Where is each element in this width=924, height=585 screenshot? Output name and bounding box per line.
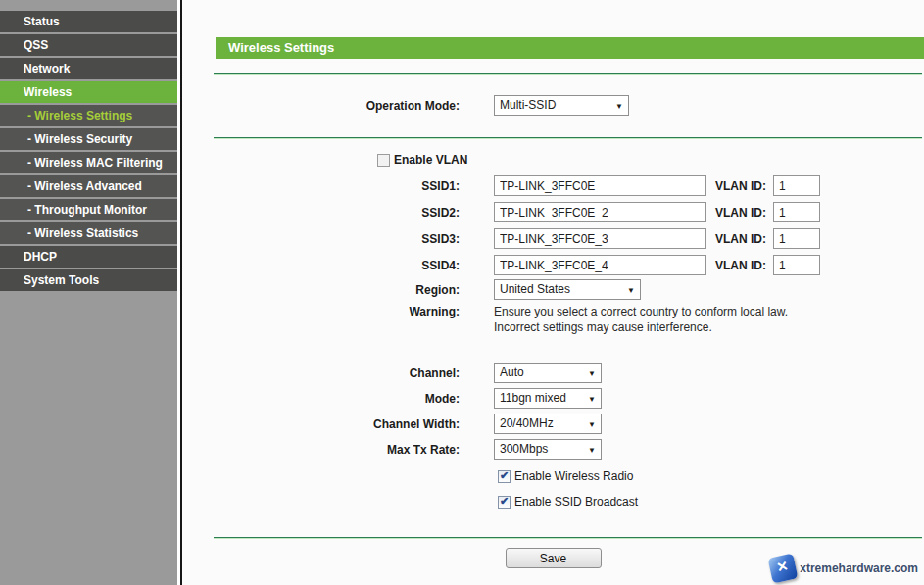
mode-value: 11bgn mixed: [500, 391, 566, 405]
sidebar-item-throughput-monitor[interactable]: - Throughput Monitor: [0, 199, 177, 220]
region-label: Region:: [182, 283, 460, 297]
enable-wireless-radio-row: Enable Wireless Radio: [498, 468, 924, 484]
channel-label: Channel:: [182, 366, 460, 380]
vlan-id1-input[interactable]: [773, 175, 820, 196]
watermark: xtremehardware.com: [770, 556, 918, 581]
ssid2-label: SSID2:: [182, 206, 460, 219]
operation-mode-label: Operation Mode:: [182, 99, 460, 113]
operation-mode-select[interactable]: Multi-SSID ▼: [494, 95, 629, 116]
mode-select[interactable]: 11bgn mixed ▼: [494, 388, 602, 409]
region-row: Region: United States ▼: [182, 279, 924, 300]
sidebar: Status QSS Network Wireless - Wireless S…: [0, 0, 177, 585]
sidebar-item-wireless-mac-filtering[interactable]: - Wireless MAC Filtering: [0, 152, 177, 173]
ssid2-row: SSID2: VLAN ID:: [182, 202, 924, 222]
max-tx-rate-select[interactable]: 300Mbps ▼: [494, 439, 602, 460]
channel-width-select[interactable]: 20/40MHz ▼: [494, 414, 602, 434]
page-title: Wireless Settings: [216, 37, 924, 59]
ssid3-label: SSID3:: [182, 232, 460, 246]
ssid1-row: SSID1: VLAN ID:: [182, 175, 924, 196]
warning-line1: Ensure you select a correct country to c…: [494, 304, 788, 319]
mode-label: Mode:: [182, 392, 460, 406]
max-tx-rate-value: 300Mbps: [500, 442, 548, 456]
sidebar-item-status[interactable]: Status: [0, 11, 177, 32]
enable-vlan-label: Enable VLAN: [394, 153, 467, 167]
channel-width-label: Channel Width:: [182, 417, 460, 431]
section-divider: [214, 537, 922, 539]
watermark-text: xtremehardware.com: [800, 561, 918, 575]
enable-ssid-broadcast-checkbox[interactable]: [498, 496, 511, 509]
enable-ssid-broadcast-row: Enable SSID Broadcast: [498, 494, 924, 510]
sidebar-item-dhcp[interactable]: DHCP: [0, 246, 177, 268]
enable-wireless-radio-label: Enable Wireless Radio: [514, 469, 633, 483]
ssid2-input[interactable]: [494, 202, 706, 222]
mode-row: Mode: 11bgn mixed ▼: [182, 388, 924, 409]
channel-select[interactable]: Auto ▼: [494, 363, 602, 383]
sidebar-item-network[interactable]: Network: [0, 58, 177, 79]
chevron-down-icon: ▼: [588, 364, 596, 384]
vlan-id4-label: VLAN ID:: [715, 259, 766, 272]
sidebar-item-qss[interactable]: QSS: [0, 34, 177, 56]
region-select[interactable]: United States ▼: [494, 279, 641, 300]
section-divider: [214, 73, 922, 75]
chevron-down-icon: ▼: [627, 280, 635, 301]
main-content: Wireless Settings Operation Mode: Multi-…: [182, 0, 924, 585]
sidebar-item-wireless-advanced[interactable]: - Wireless Advanced: [0, 175, 177, 197]
vlan-id2-input[interactable]: [773, 202, 820, 222]
chevron-down-icon: ▼: [588, 414, 596, 435]
ssid4-label: SSID4:: [182, 259, 460, 272]
max-tx-rate-label: Max Tx Rate:: [182, 443, 460, 457]
sidebar-item-wireless[interactable]: Wireless: [0, 81, 177, 103]
enable-wireless-radio-checkbox[interactable]: [498, 470, 511, 483]
region-value: United States: [500, 282, 570, 296]
ssid4-input[interactable]: [494, 255, 706, 275]
warning-row: Warning: Ensure you select a correct cou…: [182, 304, 924, 335]
vlan-id3-input[interactable]: [773, 228, 820, 249]
xtremehardware-logo-icon: [768, 554, 799, 584]
ssid3-input[interactable]: [494, 228, 706, 249]
channel-width-value: 20/40MHz: [500, 416, 554, 430]
vlan-id4-input[interactable]: [773, 255, 820, 275]
ssid1-input[interactable]: [494, 175, 706, 196]
warning-label: Warning:: [182, 304, 460, 335]
save-button[interactable]: Save: [506, 548, 602, 568]
chevron-down-icon: ▼: [588, 389, 596, 410]
sidebar-item-system-tools[interactable]: System Tools: [0, 269, 177, 291]
section-divider: [214, 137, 922, 139]
vlan-id2-label: VLAN ID:: [715, 206, 766, 219]
operation-mode-value: Multi-SSID: [500, 98, 556, 112]
ssid1-label: SSID1:: [182, 179, 460, 193]
sidebar-item-wireless-security[interactable]: - Wireless Security: [0, 128, 177, 150]
chevron-down-icon: ▼: [588, 440, 596, 461]
vlan-id1-label: VLAN ID:: [715, 179, 766, 193]
chevron-down-icon: ▼: [615, 96, 623, 117]
vlan-id3-label: VLAN ID:: [715, 232, 766, 246]
ssid3-row: SSID3: VLAN ID:: [182, 228, 924, 249]
warning-line2: Incorrect settings may cause interferenc…: [494, 319, 788, 335]
router-admin-page: Status QSS Network Wireless - Wireless S…: [0, 0, 924, 585]
channel-value: Auto: [500, 366, 524, 379]
enable-vlan-checkbox[interactable]: [377, 154, 390, 167]
operation-mode-row: Operation Mode: Multi-SSID ▼: [182, 95, 924, 116]
ssid4-row: SSID4: VLAN ID:: [182, 255, 924, 275]
max-tx-rate-row: Max Tx Rate: 300Mbps ▼: [182, 439, 924, 460]
sidebar-item-wireless-settings[interactable]: - Wireless Settings: [0, 105, 177, 126]
sidebar-item-wireless-statistics[interactable]: - Wireless Statistics: [0, 222, 177, 244]
warning-text: Ensure you select a correct country to c…: [494, 304, 788, 335]
channel-width-row: Channel Width: 20/40MHz ▼: [182, 414, 924, 434]
enable-ssid-broadcast-label: Enable SSID Broadcast: [514, 495, 638, 509]
enable-vlan-row: Enable VLAN: [377, 152, 924, 168]
channel-row: Channel: Auto ▼: [182, 363, 924, 383]
